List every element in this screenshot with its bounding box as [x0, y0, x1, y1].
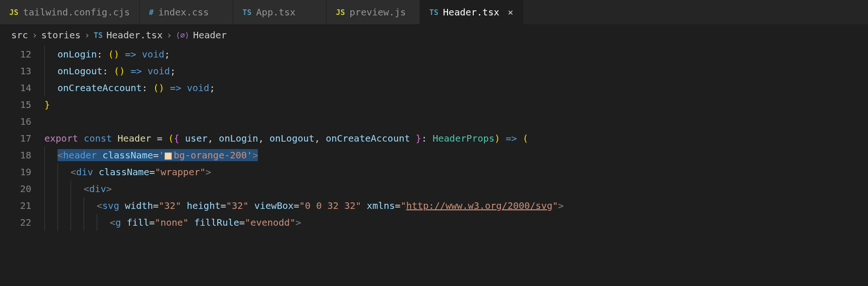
tab-tailwind-config[interactable]: JS tailwind.config.cjs: [0, 0, 140, 24]
line-number: 20: [0, 183, 44, 194]
line-number: 15: [0, 99, 44, 110]
code-line[interactable]: 20 <div>: [0, 180, 868, 197]
tab-label: Header.tsx: [443, 7, 499, 18]
line-number: 14: [0, 82, 44, 93]
code-line[interactable]: 15 }: [0, 96, 868, 113]
code-line[interactable]: 13 onLogout: () => void;: [0, 63, 868, 79]
breadcrumb[interactable]: src › stories › TS Header.tsx › ⟨⌀⟩ Head…: [0, 24, 868, 46]
code-line[interactable]: 21 <svg width="32" height="32" viewBox="…: [0, 197, 868, 214]
tab-label: preview.js: [349, 7, 406, 18]
ts-icon: TS: [242, 8, 251, 17]
code-line[interactable]: 22 <g fill="none" fillRule="evenodd">: [0, 214, 868, 231]
tab-preview-js[interactable]: JS preview.js: [327, 0, 420, 24]
code-line[interactable]: 16: [0, 113, 868, 130]
tab-app-tsx[interactable]: TS App.tsx: [233, 0, 327, 24]
tab-index-css[interactable]: # index.css: [140, 0, 233, 24]
tab-label: App.tsx: [256, 7, 295, 18]
line-number: 13: [0, 65, 44, 77]
line-number: 16: [0, 116, 44, 127]
chevron-right-icon: ›: [32, 29, 37, 41]
close-icon[interactable]: ×: [508, 7, 513, 18]
breadcrumb-folder[interactable]: src: [11, 29, 28, 41]
hash-icon: #: [149, 8, 154, 17]
breadcrumb-symbol[interactable]: Header: [193, 29, 227, 41]
code-line[interactable]: 12 onLogin: () => void;: [0, 46, 868, 63]
tab-header-tsx[interactable]: TS Header.tsx ×: [420, 0, 523, 24]
line-number: 19: [0, 166, 44, 178]
line-number: 22: [0, 217, 44, 228]
line-number: 17: [0, 133, 44, 144]
ts-icon: TS: [94, 31, 103, 40]
chevron-right-icon: ›: [166, 29, 172, 41]
tab-bar: JS tailwind.config.cjs # index.css TS Ap…: [0, 0, 868, 24]
breadcrumb-folder[interactable]: stories: [41, 29, 80, 41]
color-swatch-icon: [164, 152, 172, 160]
js-icon: JS: [9, 8, 18, 17]
breadcrumb-file[interactable]: Header.tsx: [107, 29, 163, 41]
line-number: 18: [0, 150, 44, 161]
code-editor[interactable]: 12 onLogin: () => void; 13 onLogout: () …: [0, 46, 868, 231]
js-icon: JS: [336, 8, 345, 17]
line-number: 12: [0, 49, 44, 60]
tab-label: tailwind.config.cjs: [23, 7, 130, 18]
line-number: 21: [0, 200, 44, 211]
code-line[interactable]: 14 onCreateAccount: () => void;: [0, 79, 868, 96]
chevron-right-icon: ›: [84, 29, 90, 41]
tab-label: index.css: [158, 7, 209, 18]
symbol-icon: ⟨⌀⟩: [176, 31, 189, 40]
code-line[interactable]: 17 export const Header = ({ user, onLogi…: [0, 130, 868, 147]
ts-icon: TS: [429, 8, 438, 17]
code-line[interactable]: 18 <header className='bg-orange-200'>: [0, 147, 868, 164]
code-line[interactable]: 19 <div className="wrapper">: [0, 164, 868, 180]
